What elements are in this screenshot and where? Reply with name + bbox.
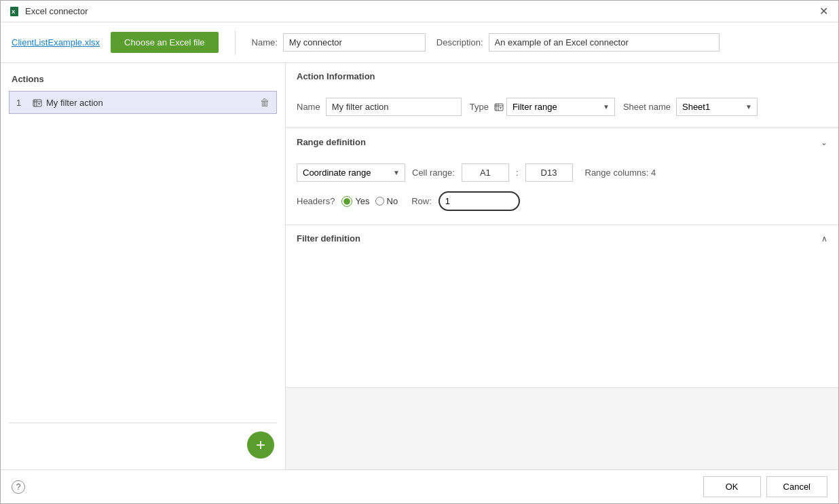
filter-def-section: Filter definition ∧ <box>286 225 838 388</box>
right-panel: Action Information Name Type <box>286 63 838 469</box>
type-group: Type <box>470 98 615 116</box>
actions-header: Actions <box>1 74 285 91</box>
action-delete-icon[interactable]: 🗑 <box>260 97 269 108</box>
range-row1: Coordinate range ▼ Cell range: : Range c… <box>297 163 827 182</box>
action-name-group: Name <box>297 98 462 116</box>
action-name-input[interactable] <box>326 98 462 116</box>
sheet-group: Sheet name Sheet1 ▼ <box>623 98 758 116</box>
close-button[interactable]: ✕ <box>817 5 830 18</box>
cancel-button[interactable]: Cancel <box>766 476 827 497</box>
top-bar-divider <box>235 31 236 55</box>
headers-radio-group: Yes No <box>341 196 398 207</box>
ok-button[interactable]: OK <box>703 476 761 497</box>
excel-connector-window: X Excel connector ✕ ClientListExample.xl… <box>0 0 839 504</box>
excel-icon: X <box>9 6 20 17</box>
action-info-row: Name Type <box>297 98 827 116</box>
action-item[interactable]: 1 My filter action 🗑 <box>9 91 277 114</box>
name-label: Name: <box>252 37 278 47</box>
filter-expand-icon: ∧ <box>821 234 827 244</box>
sheet-select-wrapper: Sheet1 ▼ <box>676 98 758 116</box>
range-def-section: Range definition ⌄ Coordinate range ▼ Ce… <box>286 129 838 225</box>
add-action-button[interactable]: + <box>247 431 274 459</box>
row-input[interactable] <box>439 191 520 211</box>
window-title: Excel connector <box>25 6 88 16</box>
no-radio-text: No <box>387 196 398 206</box>
filter-def-header[interactable]: Filter definition ∧ <box>286 225 838 252</box>
choose-file-button[interactable]: Choose an Excel file <box>111 32 219 53</box>
top-bar: ClientListExample.xlsx Choose an Excel f… <box>1 22 838 63</box>
type-label: Type <box>470 102 489 112</box>
range-columns-text: Range columns: 4 <box>585 168 656 178</box>
type-select[interactable]: Filter range <box>506 98 615 116</box>
connector-name-input[interactable] <box>283 33 426 52</box>
filter-range-icon <box>33 97 42 108</box>
action-name-label: Name <box>297 102 320 112</box>
sheet-label: Sheet name <box>623 102 671 112</box>
yes-radio-label[interactable]: Yes <box>341 196 369 207</box>
add-btn-row: + <box>1 423 285 459</box>
cell-from-input[interactable] <box>462 163 509 182</box>
range-def-title: Range definition <box>297 137 366 147</box>
svg-text:X: X <box>12 9 16 15</box>
cell-to-input[interactable] <box>525 163 573 182</box>
cell-separator: : <box>516 168 519 178</box>
desc-label: Description: <box>436 37 483 47</box>
connector-desc-group: Description: <box>436 33 720 52</box>
headers-label: Headers? <box>297 196 335 206</box>
coord-range-select[interactable]: Coordinate range <box>297 163 405 182</box>
no-radio-label[interactable]: No <box>375 196 398 206</box>
bottom-buttons: OK Cancel <box>703 476 827 497</box>
row-label: Row: <box>411 196 432 206</box>
sheet-select[interactable]: Sheet1 <box>676 98 758 116</box>
filter-def-body <box>286 252 838 387</box>
help-button[interactable]: ? <box>12 480 25 494</box>
cell-range-label: Cell range: <box>412 168 455 178</box>
yes-radio-text: Yes <box>355 196 369 206</box>
action-info-header: Action Information <box>286 63 838 90</box>
range-def-header[interactable]: Range definition ⌄ <box>286 129 838 155</box>
file-link[interactable]: ClientListExample.xlsx <box>12 37 100 47</box>
row-input-wrapper <box>439 191 520 211</box>
range-row2: Headers? Yes No Row: <box>297 191 827 211</box>
left-panel-spacer <box>1 114 285 423</box>
action-info-body: Name Type <box>286 90 838 127</box>
range-collapse-icon: ⌄ <box>821 138 827 147</box>
left-panel: Actions 1 My filter action 🗑 <box>1 63 286 469</box>
connector-desc-input[interactable] <box>489 33 720 52</box>
title-bar: X Excel connector ✕ <box>1 1 838 22</box>
coord-select-wrapper: Coordinate range ▼ <box>297 163 405 182</box>
type-select-wrapper: Filter range ▼ <box>494 98 615 116</box>
range-def-body: Coordinate range ▼ Cell range: : Range c… <box>286 155 838 225</box>
action-info-section: Action Information Name Type <box>286 63 838 128</box>
connector-name-group: Name: <box>252 33 426 52</box>
action-name: My filter action <box>46 98 260 108</box>
type-filter-icon <box>494 102 504 113</box>
filter-def-title: Filter definition <box>297 233 360 244</box>
yes-radio[interactable] <box>341 196 352 207</box>
no-radio[interactable] <box>375 197 384 206</box>
title-bar-left: X Excel connector <box>9 6 88 17</box>
action-number: 1 <box>16 98 27 108</box>
bottom-bar: ? OK Cancel <box>1 469 838 503</box>
main-content: Actions 1 My filter action 🗑 <box>1 63 838 469</box>
